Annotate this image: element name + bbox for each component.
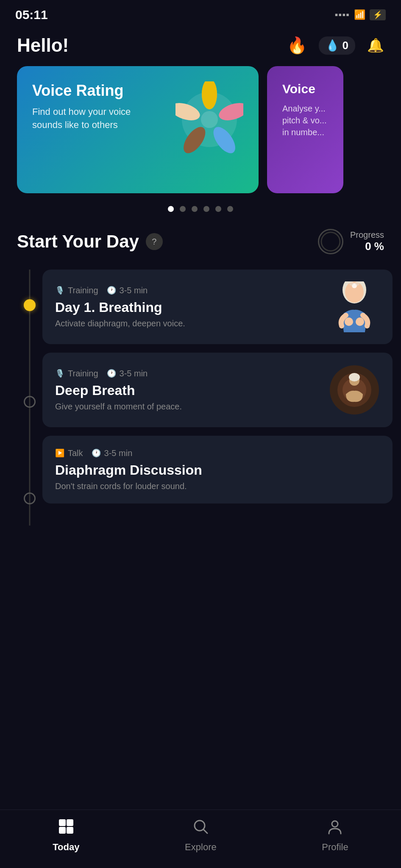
fire-icon[interactable]: 🔥 (287, 36, 307, 55)
svg-point-8 (321, 232, 340, 251)
card-meta-discussion: ▶️ Talk 🕐 3-5 min (55, 448, 380, 458)
svg-point-27 (332, 821, 338, 827)
training-icon: 🎙️ (55, 286, 64, 295)
dot-5[interactable] (215, 206, 221, 212)
help-button[interactable]: ? (146, 233, 163, 250)
training-card-breathing[interactable]: 🎙️ Training 🕐 3-5 min Day 1. Breathing A… (42, 270, 393, 344)
carousel-card-voice-rating[interactable]: Voice Rating Find out how your voice sou… (17, 66, 259, 193)
clock-icon-2: 🕐 (107, 369, 116, 378)
header-icons: 🔥 💧 0 🔔 (287, 36, 384, 55)
hands-svg (175, 81, 243, 158)
streak-count: 0 (343, 39, 348, 52)
today-icon (58, 818, 74, 838)
header: Hello! 🔥 💧 0 🔔 (0, 26, 401, 66)
bell-icon[interactable]: 🔔 (367, 37, 384, 53)
svg-point-15 (355, 281, 359, 286)
cards-column: 🎙️ Training 🕐 3-5 min Day 1. Breathing A… (42, 270, 393, 526)
meta-type-breathing: 🎙️ Training (55, 286, 98, 295)
streak-container[interactable]: 💧 0 (319, 36, 355, 55)
explore-icon (192, 818, 209, 838)
dot-1[interactable] (168, 206, 174, 212)
dot-2[interactable] (180, 206, 186, 212)
timeline-container: 🎙️ Training 🕐 3-5 min Day 1. Breathing A… (0, 270, 401, 526)
greeting-text: Hello! (17, 35, 69, 56)
card-desc-voice: Analyse y...pitch & vo...in numbe... (282, 103, 328, 138)
training-card-discussion[interactable]: ▶️ Talk 🕐 3-5 min Diaphragm Discussion D… (42, 436, 393, 504)
progress-label: Progress 0 % (350, 230, 384, 253)
meta-type-discussion: ▶️ Talk (55, 448, 83, 458)
dot-6[interactable] (227, 206, 233, 212)
streak-drop-icon: 💧 (326, 39, 339, 52)
card-meta-breathing: 🎙️ Training 🕐 3-5 min (55, 286, 329, 295)
status-time: 05:11 (15, 8, 48, 22)
progress-percent: 0 % (350, 240, 384, 253)
battery-icon: ⚡ (370, 9, 386, 20)
svg-rect-23 (59, 827, 66, 834)
card-text-voice-analyze: Voice Analyse y...pitch & vo...in numbe.… (282, 81, 328, 138)
card-info-deepbreath: 🎙️ Training 🕐 3-5 min Deep Breath Give y… (55, 369, 329, 412)
section-header: Start Your Day ? Progress 0 % (0, 229, 401, 254)
dot-3[interactable] (192, 206, 198, 212)
svg-point-20 (349, 373, 360, 381)
nav-today-label: Today (53, 842, 79, 853)
nav-explore[interactable]: Explore (185, 818, 217, 853)
card-name-discussion: Diaphragm Discussion (55, 462, 380, 478)
carousel-track: Voice Rating Find out how your voice sou… (17, 66, 401, 193)
meta-duration-breathing: 🕐 3-5 min (107, 286, 148, 295)
card-sub-deepbreath: Give yourself a moment of peace. (55, 402, 329, 412)
duration-label-deepbreath: 3-5 min (120, 369, 148, 378)
svg-point-7 (201, 111, 218, 128)
card-title-voice-rating: Voice Rating (32, 81, 175, 100)
section-title: Start Your Day (17, 231, 139, 252)
card-info-breathing: 🎙️ Training 🕐 3-5 min Day 1. Breathing A… (55, 286, 329, 328)
timeline-node-3 (24, 492, 36, 504)
card-text-voice-rating: Voice Rating Find out how your voice sou… (32, 81, 175, 132)
carousel-dots (0, 206, 401, 212)
card-sub-breathing: Activate diaphragm, deepen voice. (55, 319, 329, 328)
card-name-breathing: Day 1. Breathing (55, 300, 329, 315)
card-info-discussion: ▶️ Talk 🕐 3-5 min Diaphragm Discussion D… (55, 448, 380, 491)
section-title-group: Start Your Day ? (17, 231, 163, 252)
svg-rect-21 (59, 819, 66, 826)
training-card-deepbreath[interactable]: 🎙️ Training 🕐 3-5 min Deep Breath Give y… (42, 353, 393, 427)
card-sub-discussion: Don't strain cords for louder sound. (55, 481, 380, 491)
wifi-icon: 📶 (354, 9, 365, 20)
status-icons: ▪▪▪▪ 📶 ⚡ (335, 9, 386, 20)
svg-point-12 (356, 317, 364, 326)
card-desc-voice-rating: Find out how your voice sounds like to o… (32, 106, 151, 132)
nav-today[interactable]: Today (53, 818, 79, 853)
card-title-voice: Voice (282, 81, 328, 97)
status-bar: 05:11 ▪▪▪▪ 📶 ⚡ (0, 0, 401, 26)
duration-label-discussion: 3-5 min (104, 448, 133, 458)
carousel: Voice Rating Find out how your voice sou… (0, 66, 401, 193)
card-image-hands (175, 81, 243, 158)
profile-icon (327, 818, 343, 838)
svg-rect-24 (67, 827, 73, 834)
nav-profile-label: Profile (322, 842, 348, 853)
talk-icon: ▶️ (55, 448, 64, 458)
svg-point-14 (349, 281, 354, 286)
svg-point-11 (345, 317, 353, 326)
dot-4[interactable] (203, 206, 209, 212)
svg-line-26 (203, 829, 207, 833)
bottom-nav: Today Explore Profile (0, 810, 401, 868)
card-thumb-deepbreath (329, 364, 380, 415)
clock-icon-1: 🕐 (107, 286, 116, 295)
carousel-card-voice-analyze[interactable]: Voice Analyse y...pitch & vo...in numbe.… (267, 66, 343, 193)
progress-group: Progress 0 % (318, 229, 384, 254)
duration-label-breathing: 3-5 min (120, 286, 148, 295)
type-label-breathing: Training (68, 286, 98, 295)
svg-rect-22 (67, 819, 73, 826)
progress-text: Progress (350, 230, 384, 240)
timeline-track (17, 270, 42, 526)
type-label-discussion: Talk (68, 448, 83, 458)
nav-profile[interactable]: Profile (322, 818, 348, 853)
progress-circle (318, 229, 343, 254)
training-icon-2: 🎙️ (55, 369, 64, 378)
meta-duration-discussion: 🕐 3-5 min (92, 448, 133, 458)
card-meta-deepbreath: 🎙️ Training 🕐 3-5 min (55, 369, 329, 378)
card-thumb-breathing (329, 281, 380, 332)
card-name-deepbreath: Deep Breath (55, 383, 329, 398)
nav-explore-label: Explore (185, 842, 217, 853)
timeline-node-1 (24, 299, 36, 311)
